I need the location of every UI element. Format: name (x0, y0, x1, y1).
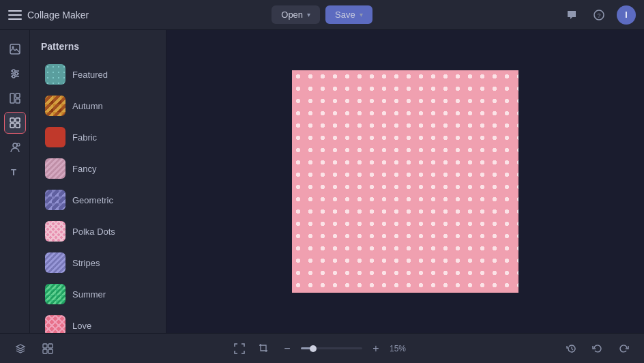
sidebar-item-text[interactable]: T (4, 161, 26, 183)
pattern-label-stripes: Stripes (72, 258, 100, 268)
patterns-list: Featured Autumn Fabric Fancy Geometric P… (30, 59, 166, 333)
bottom-right (562, 339, 633, 358)
zoom-slider-container: − + 15% (279, 340, 414, 357)
pattern-thumb-love (45, 315, 65, 333)
image-icon (9, 43, 21, 55)
svg-point-3 (12, 46, 14, 48)
svg-rect-16 (16, 124, 20, 128)
pattern-item-geometric[interactable]: Geometric (34, 184, 162, 216)
svg-point-17 (13, 143, 17, 147)
save-chevron-icon: ▾ (360, 11, 363, 18)
people-icon (9, 141, 21, 154)
undo-icon (592, 343, 603, 354)
chat-icon-button[interactable] (562, 5, 581, 25)
pattern-label-featured: Featured (72, 70, 108, 80)
chat-icon (566, 10, 577, 20)
svg-text:?: ? (598, 12, 601, 19)
svg-rect-12 (16, 99, 20, 103)
history-icon (566, 343, 577, 354)
svg-text:T: T (11, 167, 16, 177)
pattern-thumb-fancy (45, 158, 65, 179)
pattern-thumb-fabric (45, 127, 65, 147)
pattern-item-featured[interactable]: Featured (34, 59, 162, 90)
save-button[interactable]: Save ▾ (325, 5, 372, 24)
zoom-in-button[interactable]: + (368, 340, 384, 357)
fit-icon-button[interactable] (230, 339, 249, 358)
header: Collage Maker Open ▾ Save ▾ ? I (0, 0, 644, 30)
pattern-label-fabric: Fabric (72, 132, 97, 143)
pattern-label-summer: Summer (72, 289, 106, 300)
header-right: ? I (372, 5, 636, 25)
svg-rect-23 (48, 349, 53, 353)
header-center: Open ▾ Save ▾ (272, 5, 372, 24)
svg-rect-20 (43, 344, 47, 348)
pattern-thumb-stripes (45, 252, 65, 273)
pattern-item-fancy[interactable]: Fancy (34, 153, 162, 184)
fit-icon (234, 343, 245, 354)
bottom-bar: − + 15% (0, 333, 644, 363)
pattern-thumb-polka-dots (45, 221, 65, 242)
crop-icon (259, 343, 269, 354)
layout-icon (9, 92, 21, 104)
grid-icon (42, 343, 53, 354)
history-icon-button[interactable] (562, 339, 581, 358)
sidebar-item-layout[interactable] (4, 87, 26, 109)
undo-button[interactable] (588, 339, 607, 358)
text-icon: T (9, 166, 21, 178)
svg-rect-15 (10, 124, 14, 128)
svg-rect-21 (48, 344, 53, 348)
main: T Patterns Featured Autumn Fabric Fancy … (0, 30, 644, 333)
sidebar-item-adjust[interactable] (4, 63, 26, 85)
zoom-percent: 15% (390, 344, 414, 353)
crop-icon-button[interactable] (254, 339, 274, 358)
pattern-item-love[interactable]: Love (34, 310, 162, 333)
redo-icon (618, 343, 629, 354)
pattern-label-love: Love (72, 321, 91, 331)
bottom-center: − + 15% (230, 339, 414, 358)
app-title: Collage Maker (27, 10, 89, 20)
open-chevron-icon: ▾ (307, 11, 310, 18)
svg-rect-14 (16, 118, 20, 122)
svg-point-7 (15, 72, 18, 75)
sidebar-item-image[interactable] (4, 38, 26, 60)
redo-button[interactable] (614, 339, 633, 358)
zoom-slider-handle[interactable] (310, 345, 317, 352)
pattern-label-polka-dots: Polka Dots (72, 227, 115, 237)
sidebar-icons: T (0, 30, 30, 333)
pattern-label-autumn: Autumn (72, 101, 103, 111)
svg-rect-13 (10, 118, 14, 122)
pattern-thumb-summer (45, 284, 65, 304)
patterns-icon (9, 117, 21, 129)
pattern-item-polka-dots[interactable]: Polka Dots (34, 216, 162, 247)
header-left: Collage Maker (8, 8, 272, 22)
pattern-item-stripes[interactable]: Stripes (34, 247, 162, 278)
bottom-left (11, 339, 57, 358)
help-icon: ? (594, 10, 604, 20)
pattern-item-autumn[interactable]: Autumn (34, 90, 162, 121)
adjust-icon (9, 68, 21, 80)
pattern-thumb-geometric (45, 190, 65, 210)
sidebar-item-people[interactable] (4, 136, 26, 158)
layers-icon-button[interactable] (11, 339, 30, 358)
svg-rect-10 (10, 93, 14, 103)
pattern-item-fabric[interactable]: Fabric (34, 121, 162, 153)
svg-rect-22 (43, 349, 47, 353)
avatar[interactable]: I (617, 5, 636, 25)
svg-rect-11 (16, 93, 20, 98)
pattern-item-summer[interactable]: Summer (34, 278, 162, 310)
canvas-content (292, 70, 518, 293)
pattern-thumb-autumn (45, 96, 65, 116)
patterns-panel: Patterns Featured Autumn Fabric Fancy Ge… (30, 30, 166, 333)
svg-point-5 (12, 70, 15, 72)
open-button[interactable]: Open ▾ (272, 5, 320, 24)
sidebar-item-patterns[interactable] (4, 112, 26, 134)
svg-point-9 (12, 75, 15, 78)
zoom-out-button[interactable]: − (279, 340, 295, 357)
menu-icon[interactable] (8, 8, 22, 22)
pattern-label-fancy: Fancy (72, 164, 96, 174)
help-icon-button[interactable]: ? (589, 5, 609, 25)
grid-icon-button[interactable] (38, 339, 57, 358)
canvas-area (166, 30, 644, 333)
layers-icon (15, 343, 26, 354)
zoom-slider[interactable] (301, 347, 362, 349)
